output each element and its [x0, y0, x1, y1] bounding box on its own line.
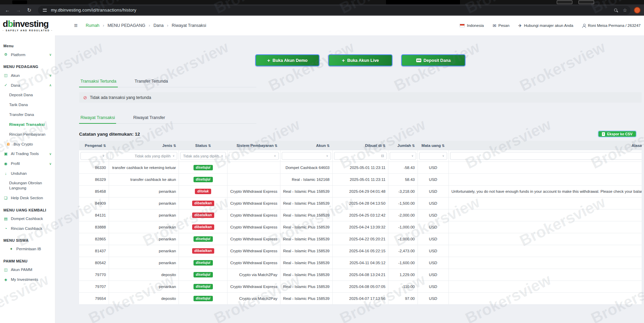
- filter-select-akun[interactable]: ∨: [282, 152, 331, 160]
- browser-profile-avatar[interactable]: [634, 7, 641, 14]
- column-header-sistem-pembayaran[interactable]: Sistem Pembayaran⇅: [227, 141, 280, 150]
- sidebar-item-label: Help Desk Section: [11, 196, 43, 200]
- table-row[interactable]: 80542penarikandisetujuiCrypto Withdrawal…: [79, 257, 642, 269]
- column-header-alasan[interactable]: Alasan: [448, 141, 642, 150]
- breadcrumb-item-menu-pedagang[interactable]: MENU PEDAGANG: [108, 23, 145, 28]
- table-row[interactable]: 79707penarikandisetujuiCrypto Withdrawal…: [79, 281, 642, 293]
- column-header-pengenal[interactable]: Pengenal⇅: [79, 141, 109, 150]
- records-found-row: Catatan yang ditemukan: 12 Ekspor ke CSV: [79, 131, 642, 137]
- table-row[interactable]: 86330transfer cashback ke rekening kelua…: [79, 162, 642, 174]
- deposit-dana-button[interactable]: Deposit Dana: [401, 54, 465, 66]
- browser-tab[interactable]: [12, 0, 27, 4]
- url-text[interactable]: my.dbinvesting.com/id/transactions/histo…: [51, 7, 136, 13]
- column-header-mata-uang[interactable]: Mata uang⇅: [418, 141, 448, 150]
- column-header-akun[interactable]: Akun⇅: [280, 141, 332, 150]
- sidebar-item-dukungan-obrolan-langsung[interactable]: Dukungan Obrolan Langsung: [0, 178, 55, 193]
- table-row[interactable]: 84131penarikandibatalkanCrypto Withdrawa…: [79, 209, 642, 221]
- browser-tab-strip: [0, 0, 644, 4]
- menu-toggle-icon[interactable]: ≡: [74, 22, 78, 29]
- sidebar-item-help-desk-section[interactable]: ❏Help Desk Section: [0, 193, 55, 203]
- sidebar-item-profil[interactable]: ◉Profil∨: [0, 159, 55, 169]
- status-badge: disetujui: [194, 236, 213, 242]
- table-row[interactable]: 84909penarikandibatalkanCrypto Withdrawa…: [79, 198, 642, 209]
- pending-tabs: Transaksi TertundaTransfer Tertunda: [79, 79, 256, 87]
- reload-button[interactable]: ↻: [24, 7, 35, 13]
- filter-date-dibuat-di[interactable]: ⊟: [334, 152, 387, 160]
- cell-sistem: [227, 174, 280, 186]
- sort-icon: ⇅: [275, 144, 277, 148]
- back-button[interactable]: ←: [2, 7, 13, 13]
- filter-select-status[interactable]: Tidak ada yang dipilih∨: [180, 152, 226, 160]
- breadcrumb-item-dana[interactable]: Dana: [153, 23, 164, 28]
- breadcrumb-item-riwayat-transaksi[interactable]: Riwayat Transaksi: [172, 23, 206, 28]
- accounts-icon: ◫: [3, 73, 8, 78]
- site-settings-icon[interactable]: [41, 7, 48, 14]
- cell-sistem: Crypto Withdrawal Express: [227, 281, 280, 293]
- column-header-dibuat-di[interactable]: Dibuat di⇅: [332, 141, 388, 150]
- table-row[interactable]: 83888penarikandibatalkanCrypto Withdrawa…: [79, 221, 642, 233]
- sidebar-item-unduhan[interactable]: ↓Unduhan: [0, 169, 55, 178]
- cell-status: dibatalkan: [179, 245, 227, 257]
- filter-select-pengenal[interactable]: ∨: [80, 152, 107, 160]
- export-csv-button[interactable]: Ekspor ke CSV: [598, 131, 637, 137]
- account-user-link[interactable]: Roni Meisa Permana / 263247: [582, 23, 641, 28]
- sidebar-item-my-investments[interactable]: ◈My Investments: [0, 275, 55, 285]
- cell-jumlah: -58.43: [388, 162, 418, 174]
- table-row[interactable]: 81437penarikandibatalkanCrypto Withdrawa…: [79, 245, 642, 257]
- cell-jumlah: -1,500.00: [388, 198, 418, 209]
- sidebar-item-deposit-dana[interactable]: Deposit Dana: [0, 90, 55, 100]
- sidebar-item-riwayat-transaksi[interactable]: Riwayat Transaksi: [0, 120, 55, 130]
- buka-akun-live-button[interactable]: +Buka Akun Live: [328, 54, 392, 66]
- forward-button[interactable]: →: [13, 7, 24, 13]
- table-row[interactable]: 79770depositodisetujuiCrypto via Match2P…: [79, 269, 642, 281]
- tab-riwayat-transfer[interactable]: Riwayat Transfer: [132, 115, 166, 123]
- breadcrumb-item-rumah[interactable]: Rumah: [86, 23, 99, 28]
- messages-link[interactable]: ✉Pesan: [493, 23, 510, 28]
- language-selector[interactable]: Indonesia: [460, 23, 484, 28]
- cell-dibuat: 2025-04-08 05:07:05: [332, 281, 388, 293]
- buka-akun-demo-label: Buka Akun Demo: [273, 58, 308, 63]
- brand-logo[interactable]: dbinvesting · SAFELY AND REGULATED ·: [0, 19, 55, 32]
- column-header-status[interactable]: Status⇅: [179, 141, 227, 150]
- sidebar-item-akun[interactable]: ◫Akun∨: [0, 70, 55, 80]
- buka-akun-demo-button[interactable]: +Buka Akun Demo: [255, 54, 319, 66]
- sidebar-item-tarik-dana[interactable]: Tarik Dana: [0, 100, 55, 110]
- chevron-up-icon: ∧: [49, 83, 52, 87]
- tab-riwayat-transaksi[interactable]: Riwayat Transaksi: [79, 115, 116, 124]
- sidebar-item-rincian-pembayaran[interactable]: Rincian Pembayaran: [0, 130, 55, 139]
- column-header-jenis[interactable]: Jenis⇅: [109, 141, 179, 150]
- sidebar-item-platform[interactable]: ⚙Platform∨: [0, 50, 55, 60]
- column-header-jumlah[interactable]: Jumlah⇅: [388, 141, 418, 150]
- cell-mata_uang: USD: [418, 209, 448, 221]
- tune-icon: [43, 8, 47, 12]
- filter-select-jumlah[interactable]: ∨: [390, 152, 416, 160]
- table-row[interactable]: 82865penarikandisetujuiCrypto Withdrawal…: [79, 233, 642, 245]
- cell-id: 80542: [79, 257, 109, 269]
- sidebar-item-dompet-cashback[interactable]: ▤Dompet Cashback: [0, 214, 55, 224]
- cell-jenis: penarikan: [109, 281, 179, 293]
- filter-select-sistem-pembayaran[interactable]: ∨: [229, 152, 279, 160]
- cell-jenis: transfer cashback ke akun: [109, 174, 179, 186]
- sidebar-item-transfer-dana[interactable]: Transfer Dana: [0, 110, 55, 120]
- status-badge: disetujui: [194, 165, 213, 170]
- tab-transaksi-tertunda[interactable]: Transaksi Tertunda: [79, 79, 118, 87]
- sidebar-item-buy-crypto[interactable]: ɃBuy Crypto: [0, 139, 55, 149]
- table-row[interactable]: 79554depositodisetujuiCrypto via Match2P…: [79, 293, 642, 305]
- address-bar[interactable]: my.dbinvesting.com/id/transactions/histo…: [38, 6, 630, 15]
- filter-input-alasan[interactable]: [450, 152, 642, 160]
- contact-manager-link[interactable]: ✈Hubungi manajer akun Anda: [518, 23, 573, 28]
- sort-icon: ⇅: [412, 144, 415, 148]
- alert-text: Tidak ada transaksi yang tertunda: [90, 95, 151, 100]
- sidebar-item-permintaan-ib[interactable]: ✦Permintaan IB: [0, 244, 55, 254]
- filter-select-mata-uang[interactable]: ∨: [419, 152, 447, 160]
- sidebar-item-ai-trading-tools[interactable]: ▣AI Trading Tools∨: [0, 149, 55, 159]
- zoom-icon[interactable]: [614, 8, 617, 12]
- sidebar-item-dana[interactable]: ✓Dana∧: [0, 80, 55, 90]
- sidebar-item-akun-pamm[interactable]: ◫Akun PAMM: [0, 265, 55, 275]
- table-row[interactable]: 86329transfer cashback ke akundisetujuiR…: [79, 174, 642, 186]
- tab-transfer-tertunda[interactable]: Transfer Tertunda: [133, 79, 169, 87]
- sidebar-item-rincian-cashback[interactable]: ◔Rincian Cashback: [0, 224, 55, 233]
- table-row[interactable]: 85458penarikanditolakCrypto Withdrawal E…: [79, 186, 642, 198]
- filter-select-jenis[interactable]: Tidak ada yang dipilih∨: [110, 152, 178, 160]
- bookmark-star-icon[interactable]: ☆: [623, 7, 627, 13]
